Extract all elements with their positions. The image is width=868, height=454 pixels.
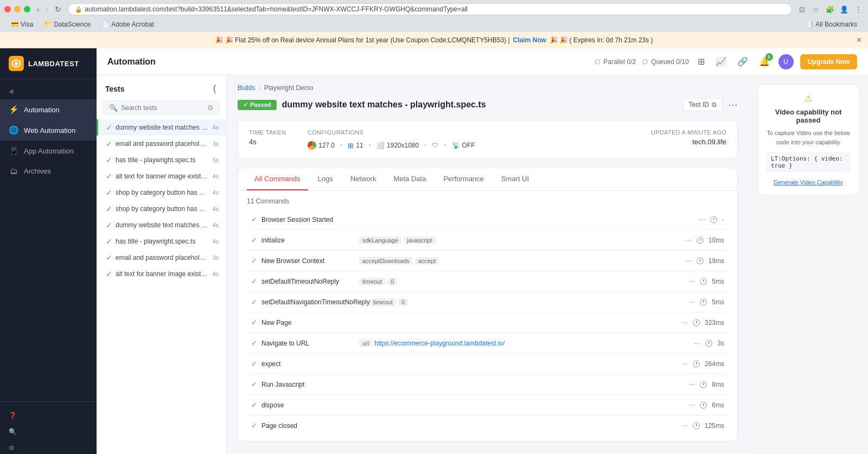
command-row[interactable]: ✓ New Browser Context acceptDownloads ac… (247, 252, 729, 270)
command-name: Browser Session Started (261, 216, 359, 223)
test-item-time: 4s (212, 206, 219, 212)
search-button[interactable]: 🔍 (0, 424, 97, 440)
test-item[interactable]: ✓ dummy website text matches - pla... 4s (97, 119, 226, 136)
search-input[interactable] (121, 104, 204, 112)
test-item[interactable]: ✓ alt text for banner image exists - pla… (97, 168, 226, 184)
command-more-icon[interactable]: ⋯ (685, 257, 692, 265)
test-pass-icon: ✓ (106, 270, 112, 278)
command-url-link[interactable]: https://ecommerce-playground.lambdatest.… (374, 340, 505, 347)
profile-icon[interactable]: 👤 (839, 4, 850, 15)
bookmark-datascience[interactable]: 📁DataScience (42, 20, 93, 29)
test-item[interactable]: ✓ email and password placeholders e... 3… (97, 250, 226, 266)
tests-title: Tests (105, 85, 125, 93)
command-row[interactable]: ✓ expect ⋯ 🕐 264ms (247, 355, 729, 373)
all-bookmarks[interactable]: 📑All Bookmarks (803, 20, 859, 29)
tests-list: ✓ dummy website text matches - pla... 4s… (97, 119, 226, 454)
command-more-icon[interactable]: ⋯ (681, 422, 688, 430)
grid-icon-btn[interactable]: ⊞ (695, 54, 707, 69)
expires-text: 🎉 🎉 ( Expires In: 0d 7h 21m 23s ) (550, 36, 653, 44)
promo-text: 🎉 🎉 Flat 25% off on Real device Annual P… (215, 36, 509, 44)
chrome-icon (308, 141, 316, 150)
command-more-icon[interactable]: ⋯ (681, 360, 688, 368)
forward-button[interactable]: › (44, 4, 51, 15)
command-row[interactable]: ✓ Browser Session Started ⋯ 🕐 - (247, 210, 729, 228)
test-item[interactable]: ✓ dummy website text matches - pla... 4s (97, 217, 226, 233)
sidebar-item-archives[interactable]: 🗂 Archives (0, 161, 97, 181)
maximize-button[interactable] (24, 6, 30, 12)
sidebar-item-label: Automation (24, 106, 60, 114)
more-icon[interactable]: ⋮ (853, 4, 864, 15)
site-label: tech.09.life (651, 138, 726, 146)
test-item-time: 3s (212, 140, 219, 147)
sidebar-item-app-automation[interactable]: 📱 App Automation (0, 140, 97, 161)
command-row[interactable]: ✓ setDefaultNavigationTimeoutNoReply tim… (247, 293, 729, 311)
test-item[interactable]: ✓ has title - playwright.spec.ts 5s (97, 152, 226, 168)
address-bar[interactable]: 🔒 automation.lambdatest.com/test?build=3… (68, 3, 792, 15)
command-row[interactable]: ✓ New Page ⋯ 🕐 323ms (247, 314, 729, 331)
user-avatar[interactable]: U (778, 54, 794, 69)
test-id-button[interactable]: Test ID ⧉ (683, 98, 723, 111)
test-pass-icon: ✓ (106, 221, 112, 229)
command-row[interactable]: ✓ Page closed ⋯ 🕐 125ms (247, 417, 729, 434)
test-pass-icon: ✓ (106, 204, 112, 213)
more-options-button[interactable]: ⋯ (728, 99, 738, 111)
tab-performance[interactable]: Performance (436, 168, 491, 190)
tab-network[interactable]: Network (343, 168, 384, 190)
tab-all-commands[interactable]: All Commands (247, 168, 308, 190)
chart-icon-btn[interactable]: 📈 (713, 54, 729, 69)
command-more-icon[interactable]: ⋯ (694, 340, 700, 347)
archives-icon: 🗂 (9, 167, 18, 176)
minimize-button[interactable] (14, 6, 21, 12)
notification-btn[interactable]: 🔔 6 (757, 54, 772, 69)
extension-icon[interactable]: 🧩 (825, 4, 835, 15)
content-area: Tests ⟨ 🔍 ⚙ ✓ dummy website text matches… (97, 75, 868, 454)
tab-logs[interactable]: Logs (310, 168, 341, 190)
commands-count: 11 Commands (247, 197, 729, 205)
command-more-icon[interactable]: ⋯ (699, 216, 705, 223)
collapse-button[interactable]: ⟨ (212, 82, 218, 96)
sidebar-item-automation[interactable]: ⚡ Automation (0, 99, 97, 120)
test-item-name: email and password placeholders e... (116, 254, 209, 261)
help-button[interactable]: ❓ (0, 407, 97, 424)
banner-close-button[interactable]: × (857, 35, 861, 45)
upgrade-button[interactable]: Upgrade Now (800, 54, 857, 69)
command-more-icon[interactable]: ⋯ (688, 401, 695, 409)
tab-meta-data[interactable]: Meta Data (386, 168, 433, 190)
sidebar-item-web-automation[interactable]: 🌐 Web Automation (0, 120, 97, 140)
command-row[interactable]: ✓ Run Javascript ⋯ 🕐 8ms (247, 375, 729, 393)
command-row[interactable]: ✓ Navigate to URL url https://ecommerce-… (247, 334, 729, 352)
generate-video-link[interactable]: Generate Video Capability (774, 179, 843, 186)
sidebar-collapse-btn[interactable]: ◀ (0, 84, 97, 99)
command-row[interactable]: ✓ dispose ⋯ 🕐 6ms (247, 396, 729, 414)
config-row: 127.0 • ⊞ 11 • ⬜ (308, 141, 629, 150)
settings-button[interactable]: ⚙ (0, 440, 97, 454)
command-more-icon[interactable]: ⋯ (688, 381, 695, 388)
command-tag: acceptDownloads (359, 257, 413, 265)
cast-icon[interactable]: ⊡ (796, 4, 807, 15)
bookmark-acrobat[interactable]: 📄Adobe Acrobat (99, 20, 156, 29)
sidebar-item-label: App Automation (24, 147, 74, 155)
command-row[interactable]: ✓ setDefaultTimeoutNoReply timeout 0 ⋯ 🕐… (247, 272, 729, 290)
command-more-icon[interactable]: ⋯ (688, 278, 695, 285)
back-button[interactable]: ‹ (35, 4, 42, 15)
claim-now-link[interactable]: Claim Now (513, 36, 546, 44)
bookmark-visa[interactable]: 💳Visa (9, 20, 35, 29)
test-item[interactable]: ✓ shop by category button has aria-e... … (97, 201, 226, 217)
command-actions: ⋯ 🕐 19ms (685, 257, 724, 265)
command-row[interactable]: ✓ initialize sdkLanguage javascript ⋯ 🕐 … (247, 231, 729, 249)
test-item-name: dummy website text matches - pla... (116, 221, 209, 229)
filter-icon[interactable]: ⚙ (207, 104, 214, 112)
link-icon-btn[interactable]: 🔗 (735, 54, 750, 69)
tab-smart-ui[interactable]: Smart UI (494, 168, 537, 190)
test-item[interactable]: ✓ shop by category button has aria-e... … (97, 184, 226, 201)
refresh-button[interactable]: ↻ (53, 4, 63, 15)
close-button[interactable] (4, 6, 11, 12)
bookmark-icon[interactable]: ☆ (810, 4, 821, 15)
test-item[interactable]: ✓ has title - playwright.spec.ts 4s (97, 233, 226, 250)
test-item[interactable]: ✓ alt text for banner image exists - pla… (97, 266, 226, 282)
breadcrumb-builds[interactable]: Builds (238, 84, 256, 92)
test-item[interactable]: ✓ email and password placeholders e... 3… (97, 136, 226, 152)
command-more-icon[interactable]: ⋯ (685, 236, 692, 244)
command-more-icon[interactable]: ⋯ (681, 319, 688, 327)
command-more-icon[interactable]: ⋯ (688, 298, 695, 306)
